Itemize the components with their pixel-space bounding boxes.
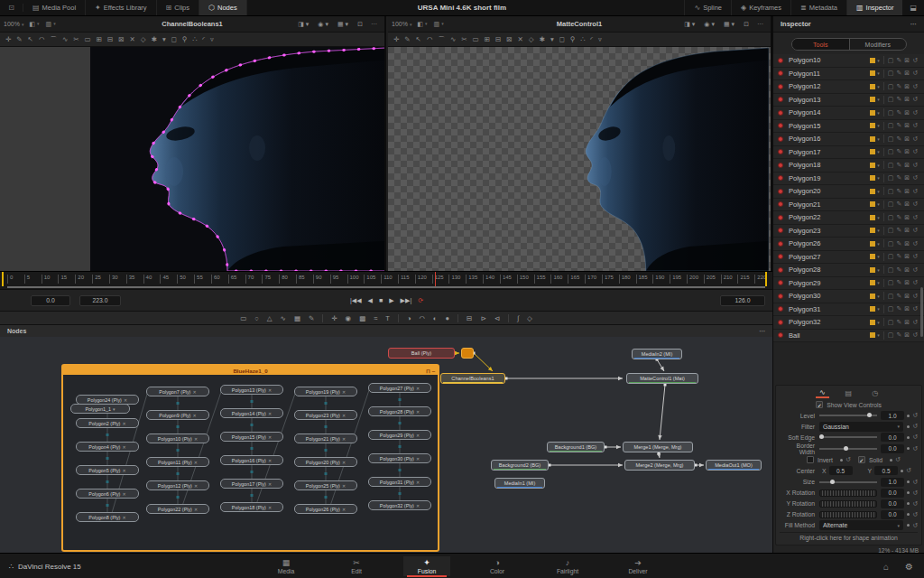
play-button[interactable]: ▶	[389, 297, 393, 304]
frame-icon[interactable]: ▢	[888, 200, 894, 208]
viewer-left-canvas[interactable]	[0, 47, 384, 271]
pick-icon[interactable]: ✎	[896, 162, 901, 169]
node-background1-bg-[interactable]: Background1 (BG)	[547, 442, 605, 452]
strip-tool-icon[interactable]: ✂	[461, 35, 467, 43]
project-settings-icon[interactable]: ⚙	[905, 562, 913, 572]
top-button-media-pool[interactable]: ▤Media Pool	[23, 0, 86, 15]
frame-icon[interactable]: ▢	[888, 96, 894, 103]
strip-tool-icon[interactable]: ▿	[210, 35, 214, 43]
reset-icon[interactable]: ↺	[912, 57, 918, 64]
reset-icon[interactable]: ↺	[912, 511, 918, 518]
strip-tool-icon[interactable]: ⊠	[118, 35, 124, 43]
enabled-dot-icon[interactable]	[778, 84, 783, 89]
tool-row-polygon31[interactable]: Polygon31▾▢✎⊠↺	[773, 303, 924, 317]
reset-icon[interactable]: ↺	[912, 70, 918, 77]
strip-tool-icon[interactable]: ⚲	[570, 35, 576, 43]
reset-icon[interactable]: ↺	[912, 434, 918, 441]
reset-icon[interactable]: ↺	[906, 467, 911, 474]
node-mediain1-mi-[interactable]: MediaIn1 (MI)	[494, 478, 545, 489]
x-value-field[interactable]: 0.5	[829, 466, 853, 475]
strip-tool-icon[interactable]: ▭	[473, 35, 479, 43]
frame-icon[interactable]: ▢	[888, 266, 894, 274]
reset-icon[interactable]: ↺	[912, 412, 918, 419]
keyframes-tool-icon[interactable]: ◇	[527, 314, 532, 322]
lock-icon[interactable]: ⊠	[904, 83, 910, 90]
pick-icon[interactable]: ✎	[896, 200, 901, 208]
ellipse-mask-tool-icon[interactable]: ○	[254, 314, 259, 322]
color-swatch-icon[interactable]	[870, 123, 875, 128]
node-polygon32[interactable]: Polygon32 (Ply)✕	[368, 500, 431, 510]
inspector-menu-icon[interactable]: ⋯	[910, 20, 918, 28]
go-first-button[interactable]: |◀◀	[350, 297, 362, 304]
color-swatch-icon[interactable]	[870, 294, 875, 299]
color-swatch-icon[interactable]	[870, 149, 875, 154]
frame-icon[interactable]: ▢	[888, 240, 894, 247]
slider-track[interactable]	[819, 415, 877, 416]
strip-tool-icon[interactable]: ▾	[550, 35, 554, 43]
enabled-dot-icon[interactable]	[778, 149, 783, 154]
solid-checkbox[interactable]: ✓	[858, 456, 865, 463]
value-field[interactable]: 0.0	[881, 433, 904, 442]
node-polygon12[interactable]: Polygon12 (Ply)✕	[146, 480, 209, 490]
lock-icon[interactable]: ⊠	[904, 122, 910, 129]
reset-icon[interactable]: ↺	[912, 266, 918, 274]
node-mattecontrol1-mat-[interactable]: MatteControl1 (Mat)	[626, 373, 698, 384]
frame-icon[interactable]: ▢	[888, 305, 894, 312]
node-polygon22[interactable]: Polygon22 (Ply)✕	[146, 504, 209, 514]
color-swatch-icon[interactable]	[870, 136, 875, 142]
node-background2-bg-[interactable]: Background2 (BG)	[491, 460, 549, 471]
viewer-extra-icon[interactable]: ⊡	[744, 21, 749, 28]
project-manager-icon[interactable]: ⌂	[883, 562, 889, 572]
node-polygon11[interactable]: Polygon11 (Ply)✕	[146, 457, 209, 467]
transform-tool-icon[interactable]: ✛	[331, 314, 337, 322]
blur-tool-icon[interactable]: ●	[446, 314, 450, 322]
strip-tool-icon[interactable]: ⌒	[438, 35, 445, 44]
enabled-dot-icon[interactable]	[778, 97, 783, 102]
bitmap-mask-tool-icon[interactable]: ▦	[294, 314, 300, 322]
brightness-tool-icon[interactable]: ◐	[433, 314, 438, 322]
enabled-dot-icon[interactable]	[778, 189, 783, 194]
tool-row-polygon12[interactable]: Polygon12▾▢✎⊠↺	[773, 80, 924, 94]
strip-tool-icon[interactable]: ◠	[39, 35, 45, 43]
viewer-option-icon[interactable]: ▦▾	[337, 21, 348, 28]
invert-checkbox[interactable]	[807, 456, 814, 463]
node-group-output[interactable]	[461, 348, 474, 359]
strip-tool-icon[interactable]: ⊠	[506, 35, 512, 43]
node-polygon14[interactable]: Polygon14 (Ply)✕	[220, 408, 283, 418]
viewer-extra-icon[interactable]: ⋯	[757, 21, 763, 28]
strip-tool-icon[interactable]: ✱	[152, 35, 157, 43]
pick-icon[interactable]: ✎	[896, 214, 901, 221]
strip-tool-icon[interactable]: ✛	[5, 35, 11, 43]
node-polygon23[interactable]: Polygon23 (Ply)✕	[294, 410, 357, 420]
pick-icon[interactable]: ✎	[896, 148, 901, 155]
tool-row-polygon14[interactable]: Polygon14▾▢✎⊠↺	[773, 107, 924, 120]
strip-tool-icon[interactable]: ⊞	[97, 35, 102, 43]
rectangle-mask-tool-icon[interactable]: ▭	[240, 314, 246, 322]
viewer-option-icon[interactable]: ◨▾	[684, 21, 695, 28]
value-field[interactable]: 1.0	[881, 478, 904, 487]
range-start-field[interactable]: 0.0	[31, 295, 70, 306]
media-in-tool-icon[interactable]: ⊳	[480, 314, 485, 322]
node-polygon13[interactable]: Polygon13 (Ply)✕	[220, 385, 283, 395]
strip-tool-icon[interactable]: ⌒	[50, 35, 57, 44]
timeline-ruler[interactable]: 0510152025303540455055606570758085909510…	[0, 271, 772, 289]
node-merge2-merge-mrg-[interactable]: Merge2 (Merge, Mrg)	[624, 460, 695, 471]
tool-row-polygon19[interactable]: Polygon19▾▢✎⊠↺	[773, 172, 924, 186]
zoom-select[interactable]: 100%▾	[4, 21, 23, 27]
pick-icon[interactable]: ✎	[896, 253, 901, 260]
color-swatch-icon[interactable]	[870, 110, 875, 116]
page-tab-edit[interactable]: ✂Edit	[333, 556, 380, 576]
node-polygon4[interactable]: Polygon4 (Ply)✕	[76, 442, 139, 452]
lock-icon[interactable]: ⊠	[904, 240, 910, 247]
strip-tool-icon[interactable]: ◇	[529, 35, 534, 43]
slider-knob[interactable]	[867, 413, 872, 417]
strip-tool-icon[interactable]: ↖	[416, 35, 421, 43]
strip-tool-icon[interactable]: ◜	[590, 35, 593, 43]
top-button-spline[interactable]: ∿Spline	[684, 0, 731, 15]
rotation-wheel[interactable]	[819, 489, 877, 497]
strip-tool-icon[interactable]: ▭	[85, 35, 91, 43]
reset-icon[interactable]: ↺	[912, 489, 918, 497]
frame-icon[interactable]: ▢	[888, 253, 894, 260]
media-out-tool-icon[interactable]: ⊲	[494, 314, 500, 322]
color-swatch-icon[interactable]	[870, 267, 875, 273]
